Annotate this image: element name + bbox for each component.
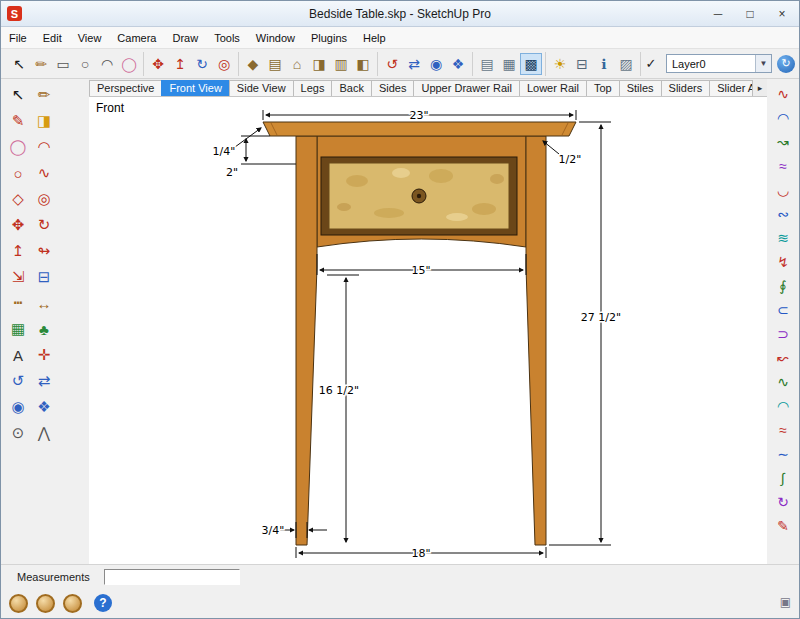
measurements-input[interactable]	[104, 569, 240, 585]
polyline-tool[interactable]: ∿	[31, 160, 57, 186]
edit-curve-tool[interactable]: ✎	[771, 514, 795, 538]
pan-tool[interactable]: ⇄	[31, 368, 57, 394]
integral-curve-tool[interactable]: ∫	[771, 466, 795, 490]
open-curve-tool[interactable]: ⊂	[771, 298, 795, 322]
zoom-extents-button[interactable]: ❖	[447, 53, 469, 75]
zoom-extents-tool[interactable]: ❖	[31, 394, 57, 420]
push-pull-tool[interactable]: ↥	[5, 238, 31, 264]
rectangle-tool-button[interactable]: ▭	[52, 53, 74, 75]
text-tool[interactable]: A	[5, 342, 31, 368]
tape-measure-tool[interactable]: ┅	[5, 290, 31, 316]
circle-tool[interactable]: ○	[5, 160, 31, 186]
dimension-leg-height[interactable]: 16 1/2"	[319, 275, 359, 542]
s-curve-tool[interactable]: ∾	[771, 202, 795, 226]
scene-tab[interactable]: Sliders	[661, 80, 710, 96]
dimension-rail-height[interactable]: 2"	[226, 136, 296, 179]
menu-item[interactable]: Window	[248, 29, 303, 47]
catmull-spline-tool[interactable]: ≈	[771, 154, 795, 178]
menu-item[interactable]: Tools	[206, 29, 248, 47]
view-iso-button[interactable]: ◆	[242, 53, 264, 75]
wireframe-mode-button[interactable]: ▦	[498, 53, 520, 75]
view-front-button[interactable]: ⌂	[286, 53, 308, 75]
valley-arc-tool[interactable]: ◡	[771, 178, 795, 202]
select-tool-button[interactable]: ↖	[8, 53, 30, 75]
scene-tab[interactable]: Perspective	[89, 80, 161, 96]
line-tool[interactable]: ✏	[31, 82, 57, 108]
view-left-button[interactable]: ◧	[352, 53, 374, 75]
view-back-button[interactable]: ▥	[330, 53, 352, 75]
dimension-leg-span[interactable]: 18"	[296, 547, 546, 560]
scene-tab[interactable]: Side View	[229, 80, 293, 96]
close-curve-tool[interactable]: ⊃	[771, 322, 795, 346]
help-icon[interactable]: ?	[94, 594, 112, 612]
move-tool[interactable]: ✥	[5, 212, 31, 238]
polyline-curve-tool[interactable]: ↝	[771, 130, 795, 154]
credits-icon[interactable]	[36, 594, 55, 613]
orbit-tool-button[interactable]: ↺	[381, 53, 403, 75]
styles-button[interactable]: ▨	[615, 53, 637, 75]
section-plane-tool[interactable]: ⊟	[31, 264, 57, 290]
dimension-right-inset[interactable]: 1/2"	[543, 141, 581, 166]
select-tool[interactable]: ↖	[5, 82, 31, 108]
menu-item[interactable]: Camera	[109, 29, 164, 47]
table-model[interactable]	[263, 122, 576, 545]
shaded-textures-mode-button[interactable]: ▩	[520, 53, 542, 75]
circle-tool-button[interactable]: ○	[74, 53, 96, 75]
dimension-tool[interactable]: ↔	[31, 290, 57, 316]
move-tool-button[interactable]: ✥	[147, 53, 169, 75]
menu-item[interactable]: Help	[355, 29, 394, 47]
xray-mode-button[interactable]: ▤	[476, 53, 498, 75]
tab-overflow-button[interactable]: ▸	[752, 80, 767, 96]
simplify-curve-tool[interactable]: ∼	[771, 442, 795, 466]
dimension-foot-width[interactable]: 3/4"	[262, 522, 327, 538]
loop-curve-tool[interactable]: ∮	[771, 274, 795, 298]
chevron-down-icon[interactable]: ▼	[755, 55, 771, 72]
sandbox-tool[interactable]: ▦	[5, 316, 31, 342]
scene-tab[interactable]: Legs	[293, 80, 332, 96]
dimension-opening-width[interactable]: 15"	[317, 254, 526, 277]
freehand-tool[interactable]: ✎	[5, 108, 31, 134]
scene-tab[interactable]: Lower Rail	[519, 80, 586, 96]
offset-tool-button[interactable]: ◎	[213, 53, 235, 75]
scene-tab[interactable]: Top	[586, 80, 619, 96]
rotate-tool[interactable]: ↻	[31, 212, 57, 238]
zoom-tool-button[interactable]: ◉	[425, 53, 447, 75]
line-tool-button[interactable]: ✏	[30, 53, 52, 75]
zoom-tool[interactable]: ◉	[5, 394, 31, 420]
layer-manager-icon[interactable]: ↻	[777, 55, 795, 73]
menu-item[interactable]: File	[1, 29, 35, 47]
dimension-overhang[interactable]: 1/4"	[213, 128, 261, 158]
eraser-tool[interactable]: ◯	[5, 134, 31, 160]
tree-component-tool[interactable]: ♣	[31, 316, 57, 342]
close-button[interactable]: ×	[767, 4, 797, 24]
follow-me-tool[interactable]: ↬	[31, 238, 57, 264]
dome-arc-tool[interactable]: ◠	[771, 394, 795, 418]
view-right-button[interactable]: ◨	[308, 53, 330, 75]
arc-curve-tool[interactable]: ◠	[771, 106, 795, 130]
layer-visibility-check-icon[interactable]: ✓	[641, 54, 661, 74]
walk-tool[interactable]: ⋀	[31, 420, 57, 446]
layer-dropdown[interactable]: Layer0 ▼	[666, 54, 772, 73]
shadows-toggle-button[interactable]: ☀	[549, 53, 571, 75]
zigzag-curve-tool[interactable]: ↯	[771, 250, 795, 274]
reverse-curve-tool[interactable]: ↜	[771, 346, 795, 370]
menu-item[interactable]: Plugins	[303, 29, 355, 47]
model-canvas[interactable]: Front	[89, 97, 767, 564]
sine-curve-tool[interactable]: ∿	[771, 370, 795, 394]
menu-item[interactable]: Draw	[164, 29, 206, 47]
view-top-button[interactable]: ▤	[264, 53, 286, 75]
model-info-button[interactable]: ℹ	[593, 53, 615, 75]
scale-tool[interactable]: ⇲	[5, 264, 31, 290]
arc-tool[interactable]: ◠	[31, 134, 57, 160]
scene-tab[interactable]: Upper Drawer Rail	[413, 80, 518, 96]
spiral-curve-tool[interactable]: ↻	[771, 490, 795, 514]
position-camera-tool[interactable]: ⊙	[5, 420, 31, 446]
smooth-curve-tool[interactable]: ≈	[771, 418, 795, 442]
wave-curve-tool[interactable]: ≋	[771, 226, 795, 250]
arc-tool-button[interactable]: ◠	[96, 53, 118, 75]
dimension-top-width[interactable]: 23"	[263, 109, 576, 122]
rotate-tool-button[interactable]: ↻	[191, 53, 213, 75]
minimize-button[interactable]: ─	[703, 4, 733, 24]
eraser-tool-button[interactable]: ◯	[118, 53, 140, 75]
signin-icon[interactable]	[63, 594, 82, 613]
